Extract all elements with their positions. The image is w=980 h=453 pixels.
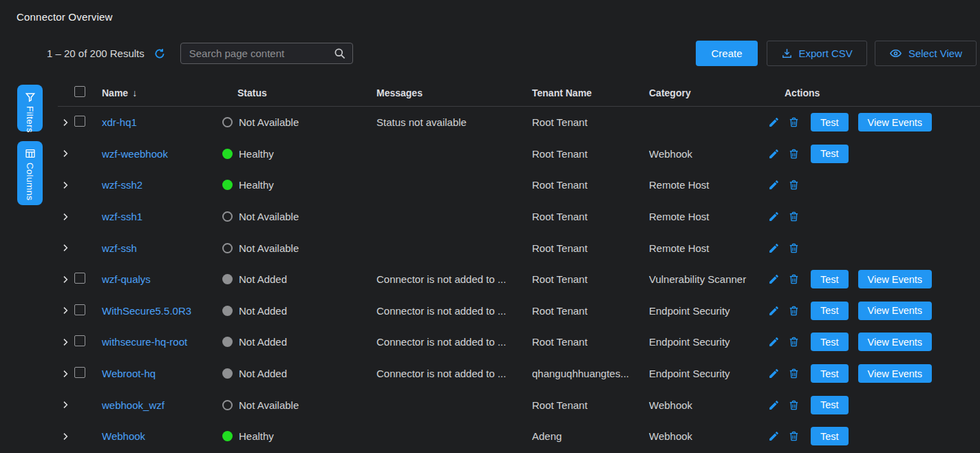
row-expander[interactable] [58, 400, 74, 410]
test-button[interactable]: Test [811, 364, 849, 383]
row-name-link[interactable]: withsecure-hq-root [102, 336, 187, 348]
select-view-button[interactable]: Select View [875, 41, 977, 66]
sidebar-tab-columns[interactable]: Columns [17, 141, 43, 205]
edit-button[interactable] [768, 211, 780, 222]
edit-button[interactable] [768, 399, 780, 411]
test-button[interactable]: Test [811, 396, 849, 414]
status-label: Healthy [239, 430, 274, 442]
trash-icon [788, 273, 800, 285]
column-header-messages: Messages [376, 87, 532, 98]
delete-button[interactable] [788, 242, 800, 254]
view-events-button[interactable]: View Events [858, 302, 933, 320]
row-expander[interactable] [58, 243, 74, 253]
delete-button[interactable] [788, 305, 800, 317]
row-checkbox[interactable] [74, 367, 85, 378]
row-expander[interactable] [58, 337, 74, 347]
row-tenant: Root Tenant [532, 242, 649, 254]
delete-button[interactable] [788, 179, 800, 191]
row-name-link[interactable]: xdr-hq1 [102, 116, 137, 128]
column-header-name[interactable]: Name ↓ [102, 87, 222, 98]
row-category: Webhook [649, 399, 768, 411]
delete-button[interactable] [788, 399, 800, 411]
test-button[interactable]: Test [811, 302, 849, 320]
edit-button[interactable] [768, 273, 780, 285]
row-name-link[interactable]: webhook_wzf [102, 399, 164, 411]
view-events-button[interactable]: View Events [858, 113, 933, 131]
test-button[interactable]: Test [811, 113, 849, 131]
delete-button[interactable] [788, 211, 800, 222]
view-events-button[interactable]: View Events [858, 333, 933, 351]
row-expander[interactable] [58, 306, 74, 315]
test-button[interactable]: Test [811, 333, 849, 351]
pencil-icon [768, 242, 780, 254]
row-name-link[interactable]: Webroot-hq [102, 368, 156, 379]
row-tenant: Root Tenant [532, 211, 649, 222]
refresh-button[interactable] [153, 48, 166, 60]
row-expander[interactable] [58, 369, 74, 379]
delete-button[interactable] [788, 336, 800, 348]
row-checkbox-cell [74, 116, 102, 129]
view-events-button[interactable]: View Events [858, 270, 933, 288]
view-events-button[interactable]: View Events [858, 364, 933, 383]
delete-button[interactable] [788, 430, 800, 442]
row-checkbox[interactable] [74, 273, 85, 284]
edit-button[interactable] [768, 305, 780, 317]
status-label: Not Available [239, 211, 299, 222]
row-name-link[interactable]: wzf-ssh [102, 242, 137, 254]
row-tenant: Root Tenant [532, 305, 649, 317]
edit-button[interactable] [768, 116, 780, 128]
delete-button[interactable] [788, 273, 800, 285]
row-category: Endpoint Security [649, 336, 768, 348]
search-icon[interactable] [333, 47, 346, 60]
row-expander[interactable] [58, 149, 74, 158]
row-tenant: Root Tenant [532, 179, 649, 191]
delete-button[interactable] [788, 368, 800, 379]
row-name-cell: wzf-ssh2 [102, 179, 222, 191]
row-expander[interactable] [58, 118, 74, 127]
chevron-right-icon [61, 118, 70, 127]
row-tenant: Root Tenant [532, 336, 649, 348]
select-all-checkbox[interactable] [74, 86, 85, 97]
pencil-icon [768, 368, 780, 379]
edit-button[interactable] [768, 336, 780, 348]
chevron-right-icon [61, 306, 70, 315]
create-button[interactable]: Create [696, 41, 757, 66]
row-checkbox[interactable] [74, 304, 85, 315]
row-checkbox[interactable] [74, 116, 85, 127]
test-button[interactable]: Test [811, 270, 849, 288]
delete-button[interactable] [788, 116, 800, 128]
edit-button[interactable] [768, 242, 780, 254]
search-input[interactable] [189, 48, 333, 59]
row-checkbox-cell [74, 242, 102, 255]
trash-icon [788, 211, 800, 222]
pencil-icon [768, 399, 780, 411]
column-header-category: Category [649, 87, 768, 98]
export-csv-button[interactable]: Export CSV [767, 41, 867, 66]
row-expander[interactable] [58, 275, 74, 284]
test-button[interactable]: Test [811, 145, 849, 163]
row-expander[interactable] [58, 212, 74, 222]
status-label: Healthy [239, 179, 274, 191]
row-name-link[interactable]: wzf-qualys [102, 273, 151, 285]
row-name-link[interactable]: wzf-ssh1 [102, 211, 142, 222]
edit-button[interactable] [768, 179, 780, 191]
test-button[interactable]: Test [811, 427, 849, 445]
delete-button[interactable] [788, 148, 800, 160]
row-name-link[interactable]: wzf-weebhook [102, 148, 168, 160]
pencil-icon [768, 179, 780, 191]
row-status-cell: Not Added [222, 368, 376, 379]
row-checkbox-cell [74, 147, 102, 160]
edit-button[interactable] [768, 148, 780, 160]
row-actions [768, 211, 980, 222]
edit-button[interactable] [768, 430, 780, 442]
trash-icon [788, 148, 800, 160]
row-expander[interactable] [58, 180, 74, 190]
row-checkbox[interactable] [74, 335, 85, 346]
edit-button[interactable] [768, 368, 780, 379]
row-name-link[interactable]: Webhook [102, 430, 145, 442]
toolbar: 1 – 20 of 200 Results Create Export CSV [47, 41, 977, 66]
row-name-link[interactable]: WithSecure5.5.0R3 [102, 305, 191, 317]
row-name-link[interactable]: wzf-ssh2 [102, 179, 142, 191]
row-expander[interactable] [58, 432, 74, 441]
sidebar-tab-filters[interactable]: Filters [17, 85, 43, 131]
